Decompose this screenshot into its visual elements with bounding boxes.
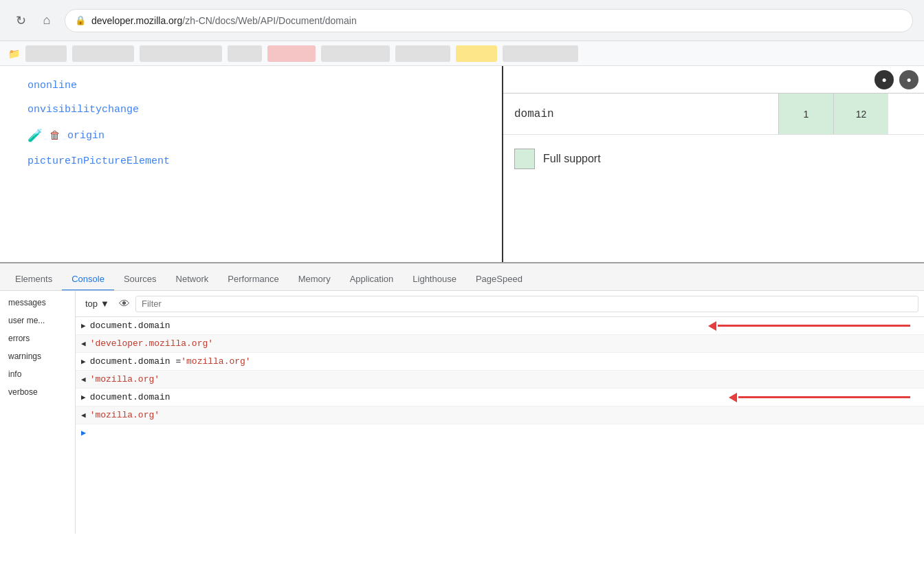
console-line-2: 'developer.mozilla.org' bbox=[90, 338, 213, 349]
console-toolbar: top ▼ 👁 bbox=[76, 291, 924, 317]
console-line-6: 'mozilla.org' bbox=[90, 410, 160, 420]
tab-application[interactable]: Application bbox=[340, 268, 404, 291]
bookmark-9[interactable] bbox=[503, 45, 578, 62]
devtools-body: messages user me... errors warnings info… bbox=[0, 291, 924, 534]
compat-cell-1: 1 bbox=[778, 94, 833, 134]
bookmark-5[interactable] bbox=[267, 45, 316, 62]
console-line-3-part2: 'mozilla.org' bbox=[181, 356, 250, 367]
browser-icons: ● ● bbox=[503, 66, 924, 93]
console-row-5: ▶ document.domain bbox=[76, 389, 924, 406]
console-output: ▶ document.domain ◀ 'developer.mozilla.o… bbox=[76, 317, 924, 534]
tab-console[interactable]: Console bbox=[62, 268, 114, 291]
console-row-3: ▶ document.domain = 'mozilla.org' bbox=[76, 353, 924, 371]
eye-icon[interactable]: 👁 bbox=[119, 298, 130, 310]
tab-performance[interactable]: Performance bbox=[218, 268, 288, 291]
expand-icon-3: ▶ bbox=[81, 356, 86, 366]
sidebar-errors[interactable]: errors bbox=[0, 329, 75, 347]
top-label: top bbox=[85, 299, 98, 309]
onvisibilitychange-link[interactable]: onvisibilitychange bbox=[28, 104, 474, 116]
console-sidebar: messages user me... errors warnings info… bbox=[0, 291, 76, 534]
refresh-button[interactable]: ↻ bbox=[11, 11, 30, 30]
sidebar-info[interactable]: info bbox=[0, 365, 75, 383]
bookmark-3[interactable] bbox=[140, 45, 222, 62]
bookmarks-bar: 📁 bbox=[0, 41, 924, 66]
origin-link[interactable]: origin bbox=[67, 130, 104, 142]
url-text: developer.mozilla.org/zh-CN/docs/Web/API… bbox=[91, 15, 903, 26]
browser-icon-2: ● bbox=[899, 70, 918, 89]
arrow-line-1 bbox=[718, 325, 910, 327]
legend-box bbox=[514, 149, 535, 169]
legend-row: Full support bbox=[503, 135, 924, 183]
filter-input[interactable] bbox=[135, 296, 918, 312]
tab-elements[interactable]: Elements bbox=[6, 268, 62, 291]
ononline-link[interactable]: ononline bbox=[28, 80, 474, 91]
console-row-6: ◀ 'mozilla.org' bbox=[76, 406, 924, 424]
red-arrow-1 bbox=[708, 321, 910, 331]
bookmark-8[interactable] bbox=[456, 45, 497, 62]
expand-icon-5: ▶ bbox=[81, 392, 86, 402]
browser-icon-1: ● bbox=[874, 70, 894, 89]
doc-right: ● ● domain 1 12 Full support bbox=[502, 66, 924, 262]
nav-buttons: ↻ ⌂ bbox=[11, 11, 56, 30]
top-dropdown-button[interactable]: top ▼ bbox=[81, 296, 113, 312]
lock-icon: 🔒 bbox=[75, 15, 86, 25]
console-main: top ▼ 👁 ▶ document.domain bbox=[76, 291, 924, 534]
bookmark-1[interactable] bbox=[25, 45, 67, 62]
dropdown-arrow-icon: ▼ bbox=[100, 299, 109, 309]
sidebar-messages[interactable]: messages bbox=[0, 294, 75, 312]
sidebar-verbose[interactable]: verbose bbox=[0, 383, 75, 401]
collapse-icon-2: ◀ bbox=[81, 338, 86, 348]
prompt-arrow-icon: ▶ bbox=[81, 428, 86, 438]
origin-row: 🧪 🗑 origin bbox=[28, 128, 474, 143]
trash-icon: 🗑 bbox=[50, 129, 60, 142]
sidebar-warnings[interactable]: warnings bbox=[0, 347, 75, 365]
tab-network[interactable]: Network bbox=[166, 268, 219, 291]
devtools-panel: Elements Console Sources Network Perform… bbox=[0, 262, 924, 534]
bookmark-folder-icon: 📁 bbox=[8, 48, 20, 59]
console-line-5: document.domain bbox=[90, 392, 170, 402]
flask-icon: 🧪 bbox=[28, 128, 43, 143]
red-arrow-2 bbox=[729, 393, 910, 402]
bookmark-7[interactable] bbox=[395, 45, 450, 62]
page-content: ononline onvisibilitychange 🧪 🗑 origin p… bbox=[0, 66, 924, 262]
tab-sources[interactable]: Sources bbox=[114, 268, 166, 291]
home-button[interactable]: ⌂ bbox=[37, 11, 56, 30]
compat-domain-row: domain 1 12 bbox=[503, 94, 924, 135]
tab-lighthouse[interactable]: Lighthouse bbox=[403, 268, 466, 291]
compat-feature-name: domain bbox=[503, 94, 778, 134]
bookmark-4[interactable] bbox=[228, 45, 262, 62]
expand-icon-1: ▶ bbox=[81, 321, 86, 330]
console-line-3-part1: document.domain = bbox=[90, 356, 182, 367]
console-row-4: ◀ 'mozilla.org' bbox=[76, 371, 924, 389]
console-row-2: ◀ 'developer.mozilla.org' bbox=[76, 335, 924, 353]
arrow-line-2 bbox=[738, 396, 910, 398]
console-row-1: ▶ document.domain bbox=[76, 317, 924, 335]
tab-memory[interactable]: Memory bbox=[289, 268, 340, 291]
tab-pagespeed[interactable]: PageSpeed bbox=[466, 268, 532, 291]
arrow-head-1 bbox=[708, 321, 716, 331]
bookmark-2[interactable] bbox=[72, 45, 134, 62]
collapse-icon-6: ◀ bbox=[81, 410, 86, 420]
collapse-icon-4: ◀ bbox=[81, 374, 86, 384]
console-line-1: document.domain bbox=[90, 321, 170, 331]
arrow-head-2 bbox=[729, 393, 737, 402]
compat-header: ● ● bbox=[503, 66, 924, 94]
doc-left: ononline onvisibilitychange 🧪 🗑 origin p… bbox=[0, 66, 502, 262]
sidebar-user-messages[interactable]: user me... bbox=[0, 312, 75, 329]
console-line-4: 'mozilla.org' bbox=[90, 374, 160, 384]
devtools-tabs: Elements Console Sources Network Perform… bbox=[0, 263, 924, 291]
console-prompt-row[interactable]: ▶ bbox=[76, 424, 924, 442]
bookmark-6[interactable] bbox=[321, 45, 390, 62]
url-path: /zh-CN/docs/Web/API/Document/domain bbox=[182, 15, 356, 26]
legend-text: Full support bbox=[543, 153, 601, 165]
picture-in-picture-link[interactable]: pictureInPictureElement bbox=[28, 155, 474, 167]
url-base: developer.mozilla.org bbox=[91, 15, 182, 26]
address-bar[interactable]: 🔒 developer.mozilla.org/zh-CN/docs/Web/A… bbox=[65, 9, 913, 32]
browser-chrome: ↻ ⌂ 🔒 developer.mozilla.org/zh-CN/docs/W… bbox=[0, 0, 924, 41]
compat-cell-2: 12 bbox=[833, 94, 888, 134]
